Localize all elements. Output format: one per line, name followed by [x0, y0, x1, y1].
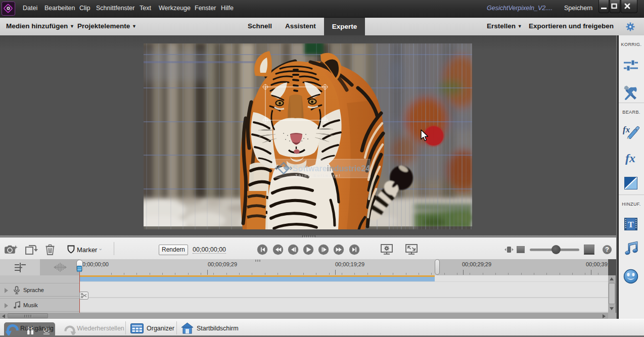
- svg-text:Think Software!: Think Software!: [295, 173, 341, 178]
- svg-text:Softwareindustrie24: Softwareindustrie24: [293, 164, 370, 173]
- svg-text:T: T: [628, 220, 634, 229]
- svg-text:fx: fx: [623, 125, 630, 134]
- svg-text:fx: fx: [625, 152, 635, 165]
